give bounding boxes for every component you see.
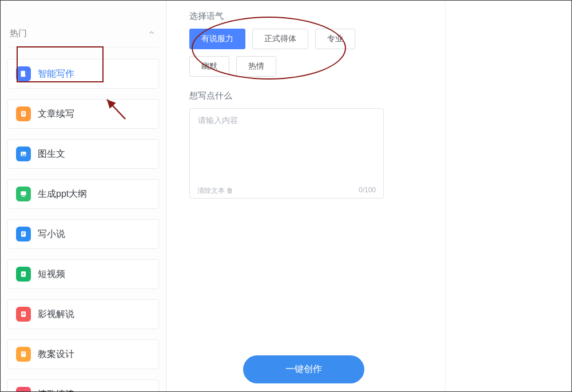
content-label: 想写点什么: [189, 90, 418, 101]
chevron-up-icon: [148, 29, 156, 38]
sidebar-item-label: 智能写作: [38, 68, 74, 80]
svg-rect-7: [22, 196, 25, 197]
sidebar-item-short-video[interactable]: 短视频: [7, 259, 159, 289]
sidebar-item-ppt-outline[interactable]: 生成ppt大纲: [7, 179, 159, 209]
sidebar-item-poetry[interactable]: 诗 诗歌情诗: [7, 379, 159, 391]
sidebar-item-movie-commentary[interactable]: 影视解说: [7, 299, 159, 329]
sidebar-item-label: 影视解说: [38, 308, 74, 320]
sidebar-item-novel[interactable]: 写小说: [7, 219, 159, 249]
svg-rect-16: [21, 351, 26, 357]
sidebar-item-image-to-text[interactable]: 图生文: [7, 139, 159, 169]
sidebar-section-title: 热门: [10, 28, 27, 39]
svg-rect-6: [21, 191, 26, 195]
clear-text-button[interactable]: 清除文本 🗑: [197, 186, 233, 196]
doc-lines-icon: [16, 106, 31, 121]
sidebar-item-label: 写小说: [38, 228, 65, 240]
doc-edit-icon: [16, 66, 31, 81]
sidebar-item-label: 教案设计: [38, 349, 74, 361]
sidebar-item-continue-writing[interactable]: 文章续写: [7, 99, 159, 129]
video-icon: [16, 267, 31, 282]
sidebar-item-lesson-plan[interactable]: 教案设计: [7, 339, 159, 369]
tone-humorous[interactable]: 幽默: [189, 56, 229, 77]
doc-icon: [16, 227, 31, 241]
panel-divider: [445, 1, 446, 391]
sidebar: 热门 智能写作 文章续写 图生文: [1, 1, 166, 391]
tone-persuasive[interactable]: 有说服力: [189, 29, 245, 49]
sidebar-item-label: 图生文: [38, 148, 65, 160]
sidebar-item-label: 诗歌情诗: [38, 389, 74, 392]
char-counter: 0/100: [359, 186, 376, 196]
tone-enthusiastic[interactable]: 热情: [236, 56, 276, 77]
poem-icon: 诗: [16, 387, 31, 391]
sidebar-item-label: 生成ppt大纲: [38, 188, 87, 200]
sidebar-item-label: 短视频: [38, 268, 65, 280]
svg-rect-0: [21, 71, 25, 77]
slides-icon: [16, 187, 31, 201]
create-button[interactable]: 一键创作: [243, 355, 364, 383]
tone-professional[interactable]: 专业: [315, 29, 355, 49]
image-text-icon: [16, 146, 31, 161]
trash-icon: 🗑: [227, 187, 233, 195]
content-input[interactable]: [189, 108, 384, 199]
tone-label: 选择语气: [189, 11, 418, 22]
main-panel: 选择语气 有说服力 正式得体 专业 幽默 热情 想写点什么 清除文本 🗑 0/1…: [166, 1, 441, 391]
sidebar-item-smart-writing[interactable]: 智能写作: [7, 59, 159, 89]
sidebar-section-header[interactable]: 热门: [7, 22, 159, 47]
plan-icon: [16, 347, 31, 362]
svg-point-5: [22, 153, 23, 154]
film-icon: [16, 307, 31, 322]
sidebar-item-label: 文章续写: [38, 108, 74, 120]
tone-formal[interactable]: 正式得体: [252, 29, 308, 49]
